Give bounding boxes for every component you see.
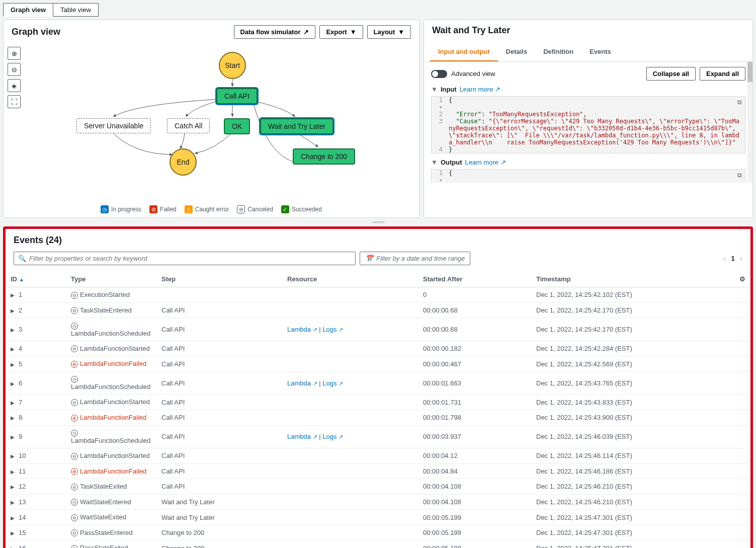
col-type[interactable]: Type <box>66 271 156 287</box>
node-server-unavailable[interactable]: Server Unavailable <box>76 118 151 133</box>
table-row: ▶3◷LambdaFunctionScheduledCall APILambda… <box>6 318 750 341</box>
event-type-label: WaitStateEntered <box>80 498 131 506</box>
expand-row-button[interactable]: ▶ <box>11 500 15 505</box>
table-row: ▶15⊖PassStateEnteredChange to 20000:00:0… <box>6 525 750 540</box>
output-learn-more-link[interactable]: Learn more ↗ <box>465 159 506 166</box>
events-search[interactable]: 🔍 <box>14 252 356 265</box>
table-row: ▶7⊖LambdaFunctionStartedCall API00:00:01… <box>6 395 750 410</box>
node-change-to-200[interactable]: Change to 200 <box>293 148 355 165</box>
tab-graph-view[interactable]: Graph view <box>3 3 53 17</box>
expand-row-button[interactable]: ▶ <box>11 308 15 314</box>
expand-row-button[interactable]: ▶ <box>11 346 15 352</box>
event-type-label: LambdaFunctionStarted <box>80 452 150 459</box>
event-timestamp: Dec 1, 2022, 14:25:42.102 (EST) <box>531 287 730 303</box>
expand-row-button[interactable]: ▶ <box>11 530 15 536</box>
event-step: Call API <box>156 318 282 341</box>
graph-canvas[interactable]: Start Call API Server Unavailable Catch … <box>4 44 419 185</box>
tab-definition[interactable]: Definition <box>535 43 581 61</box>
tab-table-view[interactable]: Table view <box>53 3 99 17</box>
event-started-after: 00:00:01.731 <box>418 395 531 410</box>
detail-panel: Wait and Try Later Input and output Deta… <box>424 20 753 218</box>
event-step: Call API <box>156 463 282 479</box>
collapse-caret-icon[interactable]: ▼ <box>431 86 438 93</box>
event-type-icon: ⊖ <box>71 545 78 548</box>
event-resource <box>282 525 418 540</box>
view-tabs: Graph view Table view <box>0 0 756 17</box>
copy-output-button[interactable]: ⧉ <box>737 172 742 179</box>
col-started-after[interactable]: Started After <box>418 271 531 287</box>
event-timestamp: Dec 1, 2022, 14:25:47.301 (EST) <box>531 540 730 548</box>
col-step[interactable]: Step <box>156 271 282 287</box>
input-learn-more-link[interactable]: Learn more ↗ <box>460 86 500 93</box>
collapse-caret-icon[interactable]: ▼ <box>431 159 438 166</box>
event-started-after: 00:00:00.68 <box>418 302 531 318</box>
external-link-icon: ↗ <box>313 380 317 386</box>
expand-row-button[interactable]: ▶ <box>11 362 15 367</box>
expand-row-button[interactable]: ▶ <box>11 415 15 421</box>
expand-row-button[interactable]: ▶ <box>11 381 15 386</box>
tab-input-output[interactable]: Input and output <box>430 43 498 61</box>
events-search-input[interactable] <box>29 255 351 262</box>
expand-row-button[interactable]: ▶ <box>11 327 15 333</box>
event-type-icon: ⊖ <box>71 292 78 299</box>
event-started-after: 00:00:05.199 <box>418 525 531 540</box>
tab-details[interactable]: Details <box>498 43 536 61</box>
node-ok[interactable]: OK <box>224 118 250 134</box>
event-resource <box>282 356 418 372</box>
events-title: Events (24) <box>14 235 62 246</box>
panel-resize-handle[interactable] <box>0 221 756 223</box>
collapse-all-button[interactable]: Collapse all <box>646 67 696 81</box>
event-timestamp: Dec 1, 2022, 14:25:47.301 (EST) <box>531 525 730 540</box>
expand-row-button[interactable]: ▶ <box>11 453 15 459</box>
node-start[interactable]: Start <box>219 52 246 79</box>
event-type-icon: ⊗ <box>71 415 78 422</box>
node-end[interactable]: End <box>170 148 197 176</box>
expand-row-button[interactable]: ▶ <box>11 434 15 440</box>
event-started-after: 00:00:00.68 <box>418 318 531 341</box>
node-wait-try-later[interactable]: Wait and Try Later <box>260 118 333 134</box>
expand-row-button[interactable]: ▶ <box>11 292 15 298</box>
data-flow-simulator-button[interactable]: Data flow simulator ↗ <box>234 25 316 39</box>
event-resource: Lambda ↗ | Logs ↗ <box>282 318 418 341</box>
events-date-filter[interactable]: 📅 Filter by a date and time range <box>360 252 470 265</box>
table-row: ▶5⊗LambdaFunctionFailedCall API00:00:00.… <box>6 356 750 372</box>
event-step: Call API <box>156 479 282 495</box>
page-prev-button[interactable]: ‹ <box>723 254 726 263</box>
expand-row-button[interactable]: ▶ <box>11 469 15 475</box>
tab-events[interactable]: Events <box>581 43 619 61</box>
expand-row-button[interactable]: ▶ <box>11 515 15 521</box>
events-table: ID▲ Type Step Resource Started After Tim… <box>6 271 750 548</box>
node-catch-all[interactable]: Catch All <box>167 118 210 133</box>
event-started-after: 0 <box>418 287 531 303</box>
col-resource[interactable]: Resource <box>282 271 418 287</box>
logs-link[interactable]: Logs ↗ <box>322 433 343 440</box>
logs-link[interactable]: Logs ↗ <box>322 379 343 387</box>
copy-input-button[interactable]: ⧉ <box>737 99 742 106</box>
expand-all-button[interactable]: Expand all <box>700 67 745 81</box>
col-id[interactable]: ID▲ <box>6 271 66 287</box>
event-resource <box>282 410 418 425</box>
event-type-label: TaskStateEntered <box>80 306 132 314</box>
advanced-view-toggle[interactable] <box>431 70 447 78</box>
col-timestamp[interactable]: Timestamp <box>531 271 730 287</box>
node-call-api[interactable]: Call API <box>216 88 258 104</box>
layout-button[interactable]: Layout ▼ <box>367 25 411 39</box>
expand-row-button[interactable]: ▶ <box>11 546 15 548</box>
canceled-icon: ⊖ <box>237 205 245 213</box>
lambda-link[interactable]: Lambda ↗ <box>287 433 317 440</box>
page-next-button[interactable]: › <box>740 254 742 263</box>
expand-row-button[interactable]: ▶ <box>11 484 15 490</box>
settings-icon[interactable]: ⚙ <box>739 275 745 283</box>
detail-scrollbar[interactable] <box>747 62 752 183</box>
event-started-after: 00:00:01.663 <box>418 371 531 395</box>
table-row: ▶13◷WaitStateEnteredWait and Try Later00… <box>6 494 750 510</box>
expand-row-button[interactable]: ▶ <box>11 400 15 406</box>
lambda-link[interactable]: Lambda ↗ <box>287 326 317 333</box>
event-type-icon: ⊖ <box>71 453 78 460</box>
lambda-link[interactable]: Lambda ↗ <box>287 379 317 387</box>
event-step: Change to 200 <box>156 540 282 548</box>
logs-link[interactable]: Logs ↗ <box>322 326 343 333</box>
export-button[interactable]: Export ▼ <box>319 25 363 39</box>
event-type-label: PassStateExited <box>80 544 128 548</box>
sort-asc-icon: ▲ <box>19 277 24 282</box>
